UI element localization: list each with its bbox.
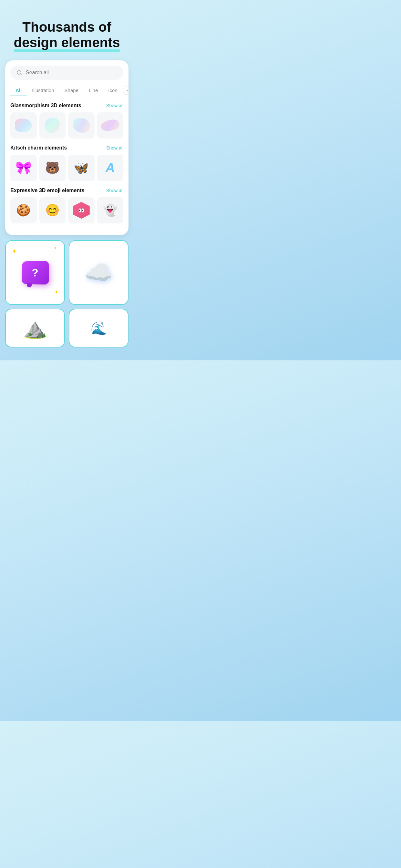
glass-shape-2 (44, 117, 60, 133)
search-input[interactable] (26, 70, 118, 75)
glass-item-3[interactable] (68, 113, 95, 139)
cookie-emoji: 🍪 (16, 204, 31, 217)
search-bar[interactable] (10, 66, 123, 80)
tabs: All Illustration Shape Line Icon › (10, 85, 123, 96)
tabs-next-arrow[interactable]: › (123, 86, 132, 95)
emoji-grid: 🍪 😊 👀 👻 (10, 197, 123, 224)
glass-item-4[interactable] (97, 113, 124, 139)
emoji-item-ghost[interactable]: 👻 (97, 197, 124, 224)
sparkle-2: ✦ (53, 245, 57, 251)
extra-emoji: 🌊 (91, 321, 107, 336)
letter-a: A (105, 160, 115, 175)
question-box: ? (22, 261, 49, 285)
feature-card-dune[interactable]: ⛰️ (5, 309, 65, 347)
section-kitsch-show-all[interactable]: Show all (106, 145, 123, 151)
section-emoji-title: Expressive 3D emoji elements (10, 188, 84, 193)
tab-icon[interactable]: Icon (103, 85, 122, 96)
feature-card-question[interactable]: ✦ ✦ ✦ ? (5, 240, 65, 305)
feature-card-cloud[interactable]: ☁️ (69, 240, 128, 305)
main-card: All Illustration Shape Line Icon › Glass… (5, 60, 128, 236)
bubble-tail (27, 283, 32, 287)
page-wrapper: Thousands of design elements All Illustr… (0, 0, 134, 361)
bear-emoji: 🐻 (45, 161, 60, 175)
section-kitsch-header: Kitsch charm elements Show all (10, 145, 123, 151)
feature-cards-row1: ✦ ✦ ✦ ? ☁️ (0, 240, 134, 305)
tab-line[interactable]: Line (84, 85, 103, 96)
hero-line1: Thousands of (22, 20, 111, 35)
section-glassmorphism-title: Glassmorphism 3D elements (10, 103, 81, 108)
svg-line-1 (21, 73, 22, 75)
section-kitsch-title: Kitsch charm elements (10, 145, 67, 151)
section-glassmorphism-header: Glassmorphism 3D elements Show all (10, 103, 123, 108)
tab-illustration[interactable]: Illustration (27, 85, 59, 96)
dune-emoji: ⛰️ (23, 317, 47, 340)
glass-item-2[interactable] (39, 113, 66, 139)
emoji-item-hex[interactable]: 👀 (68, 197, 95, 224)
kitsch-item-bow[interactable]: 🎀 (10, 155, 37, 181)
glass-item-1[interactable] (10, 113, 37, 139)
question-bubble-container: ? (21, 261, 49, 284)
hex-wrapper: 👀 (73, 202, 90, 219)
glassmorphism-grid (10, 113, 123, 139)
tab-shape[interactable]: Shape (59, 85, 84, 96)
glass-shape-4 (99, 118, 121, 133)
section-emoji-show-all[interactable]: Show all (106, 188, 123, 193)
section-emoji-header: Expressive 3D emoji elements Show all (10, 188, 123, 193)
kitsch-item-butterfly[interactable]: 🦋 (68, 155, 95, 181)
hex-shape: 👀 (73, 202, 90, 219)
feature-cards-row2: ⛰️ 🌊 (0, 309, 134, 347)
emoji-item-cookie[interactable]: 🍪 (10, 197, 37, 224)
sparkle-1: ✦ (11, 247, 17, 255)
cloud-3d-emoji: ☁️ (85, 259, 113, 286)
bow-emoji: 🎀 (16, 160, 32, 175)
search-icon (16, 69, 23, 76)
emoji-item-happy[interactable]: 😊 (39, 197, 66, 224)
glass-shape-1 (14, 118, 32, 133)
happy-emoji: 😊 (45, 204, 60, 217)
feature-card-extra[interactable]: 🌊 (69, 309, 128, 347)
sparkle-3: ✦ (54, 289, 58, 295)
tab-all[interactable]: All (10, 85, 27, 96)
hero-line2: design elements (13, 35, 120, 51)
glass-shape-3 (72, 118, 90, 133)
kitsch-item-bear[interactable]: 🐻 (39, 155, 66, 181)
section-glassmorphism-show-all[interactable]: Show all (106, 103, 123, 108)
butterfly-emoji: 🦋 (73, 161, 89, 175)
hero-title: Thousands of design elements (0, 0, 134, 60)
kitsch-grid: 🎀 🐻 🦋 A (10, 155, 123, 181)
kitsch-item-letter[interactable]: A (97, 155, 124, 181)
ghost-emoji: 👻 (103, 204, 118, 217)
